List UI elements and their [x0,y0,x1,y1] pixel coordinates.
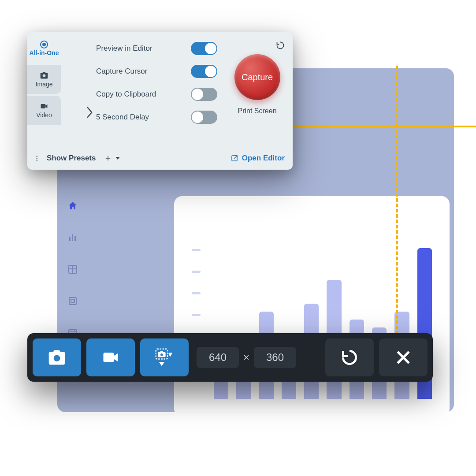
svg-point-17 [54,355,60,362]
svg-rect-18 [104,353,114,362]
dimensions-group: 640 × 360 [197,347,296,368]
toggle-clipboard[interactable] [191,88,217,101]
video-icon [101,348,120,367]
option-delay: 5 Second Delay [96,111,217,124]
scrolling-capture-icon [152,345,177,370]
add-preset-button[interactable] [104,154,120,162]
open-editor-label: Open Editor [242,154,285,163]
tab-video[interactable]: Video [27,96,61,125]
svg-rect-0 [69,237,71,241]
snagit-capture-panel: All-in-One Image Video Preview in Editor [27,32,293,170]
show-presets-button[interactable]: Show Presets [35,154,96,163]
caret-down-icon [115,157,120,160]
toggle-cursor[interactable] [191,65,217,78]
svg-rect-12 [41,104,46,108]
svg-rect-4 [69,298,76,305]
svg-point-14 [37,157,37,158]
option-label: Copy to Clipboard [96,90,156,99]
undo-icon [340,348,359,367]
tab-label: Image [36,81,53,88]
chart-card [174,196,450,416]
presets-icon [35,154,43,162]
option-capture-cursor: Capture Cursor [96,65,217,78]
capture-toolbar: 640 × 360 [27,333,433,382]
close-icon [394,348,413,367]
video-icon [40,102,48,111]
all-in-one-icon [40,41,48,48]
open-editor-icon [231,154,238,162]
undo-button[interactable] [325,338,374,376]
svg-point-11 [43,74,46,78]
svg-point-15 [37,160,37,160]
tab-label: All-in-One [30,49,59,56]
tab-image[interactable]: Image [27,65,61,94]
camera-icon [47,348,67,367]
svg-rect-1 [72,234,73,241]
close-button[interactable] [379,338,428,376]
capture-button[interactable]: Capture [234,54,280,100]
svg-point-20 [160,353,163,356]
video-capture-button[interactable] [86,338,135,376]
home-icon[interactable] [67,201,78,211]
height-input[interactable]: 360 [254,347,296,368]
option-preview-editor: Preview in Editor [96,42,217,55]
chevron-right-icon [86,105,93,119]
plus-icon [104,154,112,162]
option-copy-clipboard: Copy to Clipboard [96,88,217,101]
option-label: 5 Second Delay [96,113,149,122]
option-label: Preview in Editor [96,44,152,53]
panel-footer: Show Presets Open Editor [27,146,293,170]
charts-icon[interactable] [67,232,78,243]
toggle-preview[interactable] [191,42,217,55]
svg-rect-2 [74,236,76,241]
scrolling-capture-button[interactable] [140,338,189,376]
svg-point-13 [37,156,37,156]
toggle-delay[interactable] [191,111,217,124]
capture-button-area: Capture Print Screen [222,32,293,146]
tables-icon[interactable] [67,264,78,275]
camera-icon [40,71,48,80]
width-input[interactable]: 640 [197,347,239,368]
image-capture-button[interactable] [33,338,81,376]
layout-icon[interactable] [67,296,78,306]
selection-vertical-line [396,66,398,335]
tab-label: Video [36,112,52,119]
tab-all-in-one[interactable]: All-in-One [27,32,61,65]
presets-label: Show Presets [47,154,96,163]
reset-icon[interactable] [276,41,285,50]
option-label: Capture Cursor [96,67,147,76]
capture-options: Preview in Editor Capture Cursor Copy to… [61,32,222,146]
dimension-times: × [243,351,249,364]
selection-horizontal-solid [292,126,476,127]
capture-hotkey-label: Print Screen [238,107,277,115]
svg-rect-5 [71,299,74,303]
capture-mode-tabs: All-in-One Image Video [27,32,61,146]
open-editor-button[interactable]: Open Editor [231,154,285,163]
